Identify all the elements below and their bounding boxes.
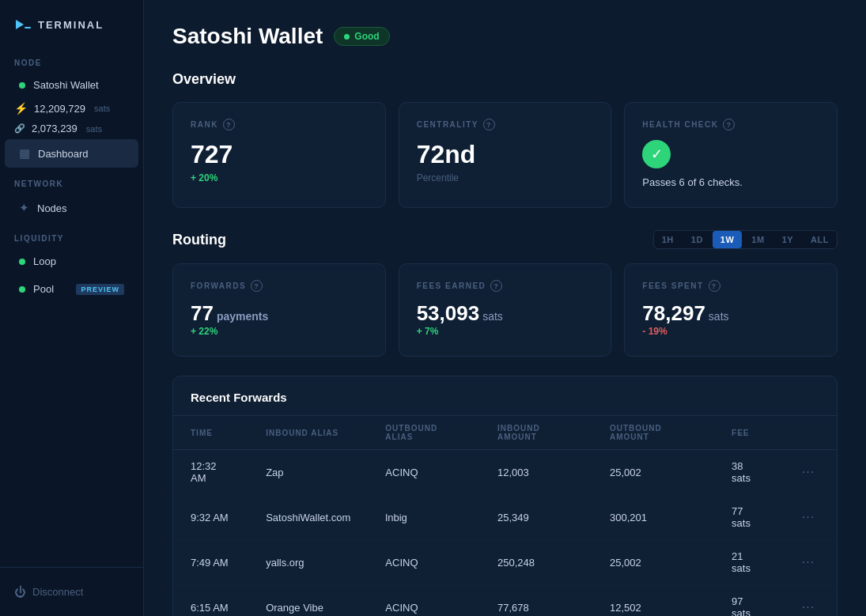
table-row: 7:49 AM yalls.org ACINQ 250,248 25,002 2…: [173, 540, 837, 585]
cell-inbound-alias: Orange Vibe: [248, 585, 368, 617]
routing-header: Routing 1H 1D 1W 1M 1Y ALL: [172, 230, 838, 249]
cell-time: 6:15 AM: [173, 585, 248, 617]
col-time: Time: [173, 416, 248, 450]
time-filter-1d[interactable]: 1D: [683, 231, 711, 248]
row-more-button[interactable]: ···: [797, 596, 819, 616]
time-filters: 1H 1D 1W 1M 1Y ALL: [653, 230, 838, 249]
sidebar-item-nodes[interactable]: ✦ Nodes: [5, 194, 138, 222]
sidebar-item-pool[interactable]: Pool PREVIEW: [5, 276, 138, 302]
table-row: 6:15 AM Orange Vibe ACINQ 77,678 12,502 …: [173, 585, 837, 617]
rank-label: RANK ?: [191, 119, 368, 130]
cell-inbound-amount: 77,678: [480, 585, 592, 617]
cell-outbound-alias: lnbig: [368, 495, 480, 540]
health-label: Health Check ?: [642, 119, 819, 130]
fees-earned-change: + 7%: [417, 326, 594, 337]
sidebar-item-dashboard[interactable]: ▦ Dashboard: [5, 139, 138, 168]
loop-label: Loop: [33, 255, 56, 267]
time-filter-1h[interactable]: 1H: [654, 231, 682, 248]
fees-earned-value: 53,093sats: [417, 301, 594, 326]
forwards-card: Forwards ? 77payments + 22%: [172, 263, 386, 357]
cell-inbound-alias: SatoshiWallet.com: [248, 495, 368, 540]
sidebar-item-loop[interactable]: Loop: [5, 248, 138, 274]
rank-value: 727: [191, 140, 368, 169]
cell-outbound-amount: 300,201: [592, 495, 714, 540]
forwards-table-body: 12:32 AM Zap ACINQ 12,003 25,002 38 sats…: [173, 450, 837, 617]
logo: TERMINAL: [0, 0, 143, 47]
table-row: 9:32 AM SatoshiWallet.com lnbig 25,349 3…: [173, 495, 837, 540]
time-filter-all[interactable]: ALL: [803, 231, 837, 248]
fees-spent-value: 78,297sats: [642, 301, 819, 326]
main-content: Satoshi Wallet Good Overview RANK ? 727 …: [144, 0, 866, 616]
page-header: Satoshi Wallet Good: [172, 24, 838, 49]
disconnect-button[interactable]: ⏻ Disconnect: [14, 580, 129, 603]
health-help-icon[interactable]: ?: [723, 119, 735, 130]
cell-outbound-alias: ACINQ: [368, 585, 480, 617]
chain-icon: 🔗: [14, 123, 25, 134]
fees-earned-label: Fees Earned ?: [417, 280, 594, 292]
centrality-sub: Percentile: [417, 172, 594, 183]
row-more-button[interactable]: ···: [797, 461, 819, 483]
fees-spent-change: - 19%: [642, 326, 819, 337]
health-text: Passes 6 of 6 checks.: [642, 176, 819, 188]
node-name: Satoshi Wallet: [33, 79, 99, 91]
cell-outbound-amount: 25,002: [592, 540, 714, 585]
cell-time: 9:32 AM: [173, 495, 248, 540]
power-icon: ⏻: [14, 585, 26, 599]
cell-time: 7:49 AM: [173, 540, 248, 585]
lightning-balance-unit: sats: [94, 104, 110, 113]
sidebar-item-node[interactable]: Satoshi Wallet: [5, 73, 138, 97]
network-section-label: NETWORK: [0, 168, 143, 193]
col-outbound-alias: Outbound Alias: [368, 416, 480, 450]
col-actions: [780, 416, 837, 450]
svg-marker-0: [16, 20, 24, 29]
rank-change: + 20%: [191, 172, 368, 183]
forwards-change: + 22%: [191, 326, 368, 337]
rank-card: RANK ? 727 + 20%: [172, 102, 386, 208]
pool-preview-badge: PREVIEW: [76, 284, 124, 295]
overview-title: Overview: [172, 71, 838, 88]
centrality-label: CENTRALITY ?: [417, 119, 594, 130]
rank-help-icon[interactable]: ?: [223, 119, 235, 130]
col-inbound-amount: Inbound Amount: [480, 416, 592, 450]
centrality-card: CENTRALITY ? 72nd Percentile: [399, 102, 612, 208]
routing-title: Routing: [172, 232, 226, 248]
cell-inbound-amount: 25,349: [480, 495, 592, 540]
col-fee: Fee: [714, 416, 780, 450]
cell-actions: ···: [780, 450, 837, 495]
forwards-value: 77payments: [191, 301, 368, 326]
forwards-label: Forwards ?: [191, 280, 368, 292]
centrality-help-icon[interactable]: ?: [483, 119, 495, 130]
centrality-value: 72nd: [417, 140, 594, 169]
node-section-label: NODE: [0, 47, 143, 72]
nodes-icon: ✦: [19, 201, 29, 215]
fees-spent-label: Fees Spent ?: [642, 280, 819, 292]
cell-inbound-amount: 12,003: [480, 450, 592, 495]
disconnect-label: Disconnect: [32, 586, 83, 598]
cell-actions: ···: [780, 495, 837, 540]
time-filter-1w[interactable]: 1W: [713, 231, 743, 248]
page-title: Satoshi Wallet: [172, 24, 323, 49]
nodes-label: Nodes: [37, 202, 67, 214]
row-more-button[interactable]: ···: [797, 551, 819, 573]
cell-fee: 97 sats: [714, 585, 780, 617]
time-filter-1y[interactable]: 1Y: [774, 231, 801, 248]
fees-earned-help-icon[interactable]: ?: [490, 280, 502, 292]
forwards-help-icon[interactable]: ?: [251, 280, 263, 292]
lightning-balance: ⚡ 12,209,729 sats: [0, 98, 143, 119]
fees-earned-card: Fees Earned ? 53,093sats + 7%: [399, 263, 612, 357]
time-filter-1m[interactable]: 1M: [743, 231, 772, 248]
terminal-icon: [14, 16, 32, 33]
loop-status-dot: [19, 259, 25, 265]
liquidity-section-label: LIQUIDITY: [0, 223, 143, 248]
row-more-button[interactable]: ···: [797, 506, 819, 528]
cell-inbound-alias: yalls.org: [248, 540, 368, 585]
table-row: 12:32 AM Zap ACINQ 12,003 25,002 38 sats…: [173, 450, 837, 495]
fees-spent-help-icon[interactable]: ?: [709, 280, 720, 292]
cell-fee: 21 sats: [714, 540, 780, 585]
onchain-balance: 🔗 2,073,239 sats: [0, 119, 143, 138]
cell-fee: 77 sats: [714, 495, 780, 540]
table-title: Recent Forwards: [173, 376, 837, 416]
onchain-balance-value: 2,073,239: [32, 123, 78, 134]
cell-actions: ···: [780, 540, 837, 585]
recent-forwards-table: Recent Forwards Time Inbound Alias Outbo…: [172, 376, 838, 616]
